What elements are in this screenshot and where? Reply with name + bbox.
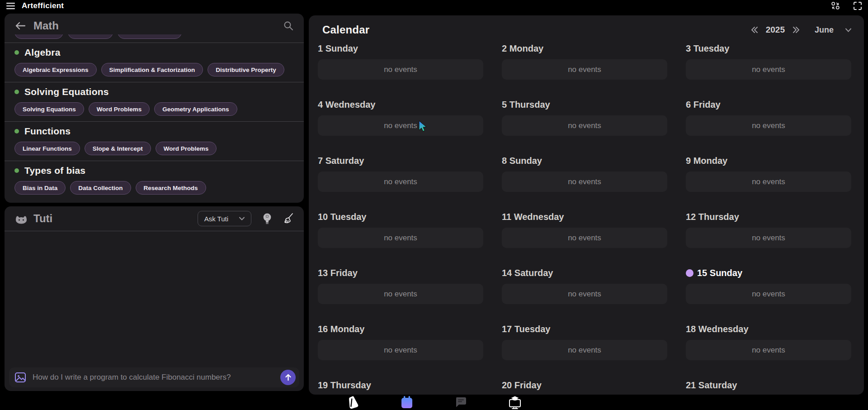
day-heading: 2 Monday (502, 43, 667, 54)
day-heading: 21 Saturday (686, 379, 851, 391)
day-label: 4 Wednesday (318, 100, 375, 110)
topic-tag-clipped[interactable] (118, 34, 182, 39)
tab-learning-monitor-icon[interactable] (508, 396, 522, 409)
topic-tag[interactable]: Distributive Property (208, 63, 284, 76)
day-heading: 12 Thursday (686, 211, 851, 223)
topic-status-dot (14, 168, 19, 173)
topic-tag-row: Algebraic Expressions Simplification & F… (14, 63, 294, 76)
topic-tag[interactable]: Solving Equations (14, 102, 84, 116)
calendar-panel: Calendar 2025 June (309, 15, 864, 395)
search-icon[interactable] (283, 20, 294, 31)
no-events-box[interactable]: no events (502, 284, 667, 304)
no-events-box[interactable]: no events (502, 228, 667, 248)
day-heading: 17 Tuesday (502, 323, 667, 335)
switch-view-icon[interactable] (831, 1, 840, 10)
day-heading: 10 Tuesday (318, 211, 483, 223)
topics-panel-header: Math (5, 14, 304, 33)
topic-tag[interactable]: Algebraic Expressions (14, 63, 97, 76)
top-bar: Artefficient (0, 0, 868, 12)
chat-input-bar (9, 367, 299, 387)
arrow-up-icon (285, 374, 292, 381)
topic-tag[interactable]: Slope & Intercept (85, 142, 151, 155)
no-events-box[interactable]: no events (318, 340, 483, 360)
calendar-year: 2025 (766, 25, 785, 35)
topic-tag[interactable]: Linear Functions (14, 142, 80, 155)
tab-chat-icon[interactable] (455, 396, 467, 408)
chevron-down-icon (845, 28, 851, 32)
no-events-box[interactable]: no events (502, 340, 667, 360)
clear-chat-broom-icon[interactable] (283, 213, 294, 224)
day-label: 20 Friday (502, 380, 542, 391)
menu-icon[interactable] (6, 2, 15, 10)
send-button[interactable] (280, 370, 296, 385)
day-heading: 6 Friday (686, 99, 851, 110)
calendar-day-cell: 11 Wednesday no events (502, 211, 667, 248)
day-label: 3 Tuesday (686, 43, 729, 54)
day-heading: 5 Thursday (502, 99, 667, 110)
no-events-box[interactable]: no events (686, 59, 851, 80)
topic-tag[interactable]: Word Problems (156, 142, 217, 155)
topic-tag-clipped[interactable] (14, 34, 63, 39)
fullscreen-icon[interactable] (854, 2, 862, 10)
day-heading: 16 Monday (318, 323, 483, 335)
day-label: 7 Saturday (318, 156, 364, 166)
day-label: 2 Monday (502, 43, 543, 54)
topic-tag-row: Solving Equations Word Problems Geometry… (14, 102, 294, 116)
calendar-day-cell: 18 Wednesday no events (686, 323, 851, 360)
calendar-day-cell: 14 Saturday no events (502, 267, 667, 304)
no-events-box[interactable]: no events (318, 115, 483, 136)
prev-year-icon[interactable] (750, 26, 759, 33)
assistant-mode-select[interactable]: Ask Tuti (198, 211, 251, 226)
no-events-box[interactable]: no events (318, 284, 483, 304)
topic-heading: Functions (14, 125, 294, 137)
day-label: 5 Thursday (502, 100, 550, 110)
topic-tag[interactable]: Research Methods (136, 181, 206, 195)
calendar-day-cell: 9 Monday no events (686, 155, 851, 192)
no-events-box[interactable]: no events (318, 228, 483, 248)
topic-title: Solving Equations (24, 86, 109, 97)
day-heading: 18 Wednesday (686, 323, 851, 335)
day-label: 18 Wednesday (686, 324, 749, 334)
topic-tag[interactable]: Bias in Data (14, 181, 66, 195)
bottom-tab-bar (0, 395, 868, 410)
calendar-day-cell: 7 Saturday no events (318, 155, 483, 192)
topic-tag-row: Linear Functions Slope & Intercept Word … (14, 142, 294, 155)
day-label: 10 Tuesday (318, 212, 366, 222)
back-icon[interactable] (14, 20, 26, 31)
month-select[interactable]: June (815, 25, 851, 35)
tab-home-logo-icon[interactable] (346, 396, 359, 409)
no-events-box[interactable]: no events (686, 340, 851, 360)
no-events-box[interactable]: no events (686, 115, 851, 136)
no-events-box[interactable]: no events (686, 284, 851, 304)
topic-tag[interactable]: Data Collection (70, 181, 131, 195)
topic-tag-row: Bias in Data Data Collection Research Me… (14, 181, 294, 195)
no-events-box[interactable]: no events (502, 59, 667, 80)
no-events-box[interactable]: no events (686, 172, 851, 192)
day-heading: 13 Friday (318, 267, 483, 279)
subject-title: Math (33, 19, 276, 32)
no-events-box[interactable]: no events (318, 172, 483, 192)
topic-title: Functions (24, 126, 71, 137)
chat-empty-area (5, 231, 304, 367)
calendar-title: Calendar (322, 24, 369, 36)
calendar-day-cell: 16 Monday no events (318, 323, 483, 360)
no-events-box[interactable]: no events (502, 172, 667, 192)
topic-title: Algebra (24, 47, 61, 58)
calendar-day-cell: 1 Sunday no events (318, 43, 483, 80)
hint-lightbulb-icon[interactable] (262, 213, 272, 224)
topic-tag-clipped[interactable] (68, 34, 113, 39)
topic-tag[interactable]: Word Problems (89, 102, 150, 116)
no-events-box[interactable]: no events (502, 115, 667, 136)
topic-tag[interactable]: Geometry Applications (154, 102, 237, 116)
attach-image-icon[interactable] (14, 372, 26, 383)
day-label: 11 Wednesday (502, 212, 564, 222)
no-events-box[interactable]: no events (686, 228, 851, 248)
topic-tag[interactable]: Simplification & Factorization (101, 63, 203, 76)
next-year-icon[interactable] (792, 26, 800, 33)
day-label: 19 Thursday (318, 380, 371, 391)
chat-input[interactable] (33, 373, 274, 382)
no-events-box[interactable]: no events (318, 59, 483, 80)
day-label: 9 Monday (686, 156, 727, 166)
topic-title: Types of bias (24, 165, 85, 176)
tab-calendar-icon-active[interactable] (401, 396, 413, 409)
